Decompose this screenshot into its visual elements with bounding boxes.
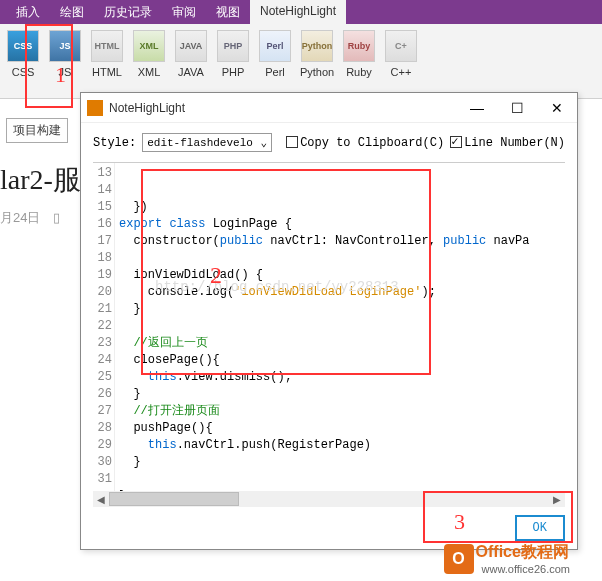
style-label: Style: <box>93 136 136 150</box>
dialog-toolbar: Style: edit-flashdevelo⌄ Copy to Clipboa… <box>81 123 577 162</box>
scroll-left-icon[interactable]: ◀ <box>93 491 109 507</box>
tab-review[interactable]: 审阅 <box>162 0 206 24</box>
checkbox-icon <box>286 136 298 148</box>
ribbon-content: CSSCSS JSJS HTMLHTML XMLXML JAVAJAVA PHP… <box>0 24 602 99</box>
btn-css[interactable]: CSSCSS <box>4 30 42 92</box>
app-icon <box>87 100 103 116</box>
style-dropdown[interactable]: edit-flashdevelo⌄ <box>142 133 272 152</box>
php-icon: PHP <box>217 30 249 62</box>
tab-insert[interactable]: 插入 <box>6 0 50 24</box>
tab-draw[interactable]: 绘图 <box>50 0 94 24</box>
maximize-button[interactable]: ☐ <box>497 94 537 122</box>
btn-python[interactable]: PythonPython <box>298 30 336 92</box>
btn-java[interactable]: JAVAJAVA <box>172 30 210 92</box>
page-date: 月24日 ▯ <box>0 209 81 227</box>
line-gutter: 13141516171819202122232425262728293031 <box>93 163 115 491</box>
xml-icon: XML <box>133 30 165 62</box>
html-icon: HTML <box>91 30 123 62</box>
logo-url: www.office26.com <box>482 563 570 575</box>
dialog-footer: OK <box>81 507 577 549</box>
btn-xml[interactable]: XMLXML <box>130 30 168 92</box>
chevron-down-icon: ⌄ <box>261 136 268 149</box>
dialog-title: NoteHighLight <box>109 101 457 115</box>
tab-view[interactable]: 视图 <box>206 0 250 24</box>
line-number-checkbox[interactable]: Line Number(N) <box>450 136 565 150</box>
notehighlight-dialog: NoteHighLight — ☐ ✕ Style: edit-flashdev… <box>80 92 578 550</box>
python-icon: Python <box>301 30 333 62</box>
btn-perl[interactable]: PerlPerl <box>256 30 294 92</box>
annotation-num-1: 1 <box>55 62 66 88</box>
horizontal-scrollbar[interactable]: ◀ ▶ <box>93 491 565 507</box>
btn-cpp[interactable]: C+C++ <box>382 30 420 92</box>
tab-history[interactable]: 历史记录 <box>94 0 162 24</box>
project-tab[interactable]: 项目构建 <box>6 118 68 143</box>
checkbox-icon <box>450 136 462 148</box>
tab-notehighlight[interactable]: NoteHighLight <box>250 0 346 24</box>
ruby-icon: Ruby <box>343 30 375 62</box>
js-icon: JS <box>49 30 81 62</box>
page-title: lar2-服 <box>0 161 81 199</box>
ribbon-tabs: 插入 绘图 历史记录 审阅 视图 NoteHighLight <box>0 0 602 24</box>
code-content[interactable]: http://blog.csdn.net/yy228313 }) export … <box>115 163 565 491</box>
code-editor[interactable]: 13141516171819202122232425262728293031 h… <box>93 162 565 491</box>
close-button[interactable]: ✕ <box>537 94 577 122</box>
btn-ruby[interactable]: RubyRuby <box>340 30 378 92</box>
btn-html[interactable]: HTMLHTML <box>88 30 126 92</box>
background-page: 项目构建 lar2-服 月24日 ▯ <box>0 118 81 227</box>
minimize-button[interactable]: — <box>457 94 497 122</box>
java-icon: JAVA <box>175 30 207 62</box>
perl-icon: Perl <box>259 30 291 62</box>
scroll-thumb[interactable] <box>109 492 239 506</box>
css-icon: CSS <box>7 30 39 62</box>
cpp-icon: C+ <box>385 30 417 62</box>
scroll-right-icon[interactable]: ▶ <box>549 491 565 507</box>
dialog-titlebar[interactable]: NoteHighLight — ☐ ✕ <box>81 93 577 123</box>
ok-button[interactable]: OK <box>515 515 565 541</box>
btn-php[interactable]: PHPPHP <box>214 30 252 92</box>
copy-clipboard-checkbox[interactable]: Copy to Clipboard(C) <box>286 136 444 150</box>
